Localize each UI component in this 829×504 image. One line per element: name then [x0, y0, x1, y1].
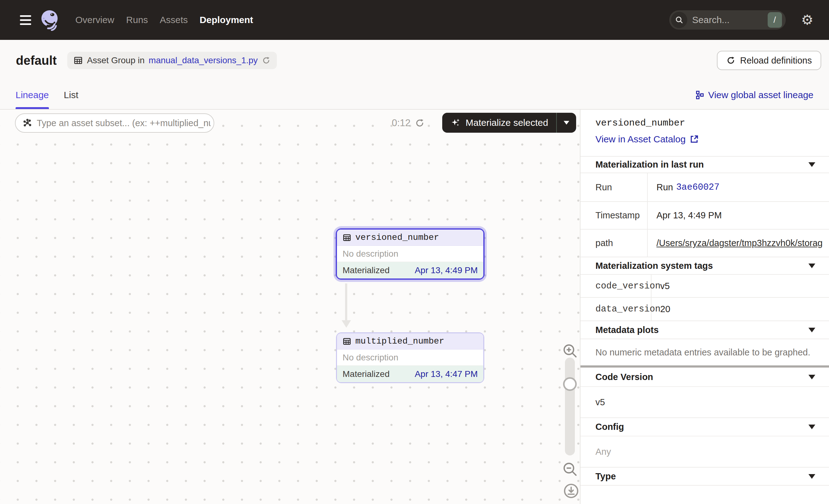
chevron-down-icon: [808, 263, 815, 268]
row-value: 20: [651, 298, 829, 321]
section-title: Materialization in last run: [596, 159, 704, 170]
view-global-asset-lineage-link[interactable]: View global asset lineage: [694, 90, 814, 100]
nav-item-runs[interactable]: Runs: [126, 15, 148, 25]
chevron-down-icon: [808, 425, 815, 429]
reload-icon: [726, 56, 735, 65]
section-type[interactable]: Type: [580, 467, 829, 485]
zoom-slider-handle[interactable]: [563, 377, 577, 391]
asset-subset-filter[interactable]: [15, 113, 214, 133]
section-materialization-system-tags[interactable]: Materialization system tags: [580, 257, 829, 274]
asset-subset-input[interactable]: [37, 118, 211, 128]
reload-definitions-button[interactable]: Reload definitions: [717, 51, 821, 70]
section-title: Code Version: [596, 372, 653, 382]
page-title: default: [16, 53, 57, 68]
panel-scroll-divider: [580, 365, 829, 367]
zoom-slider-track[interactable]: [565, 358, 575, 456]
zoom-out-button[interactable]: [562, 461, 578, 477]
materialize-selected-label: Materialize selected: [466, 117, 548, 128]
download-image-button[interactable]: [563, 482, 580, 500]
materialize-options-caret[interactable]: [557, 113, 576, 133]
section-code-version[interactable]: Code Version: [580, 367, 829, 386]
asset-description: No description: [337, 350, 483, 366]
settings-gear-icon[interactable]: ⚙: [801, 13, 814, 27]
row-value: Apr 13, 4:49 PM: [648, 202, 829, 229]
section-title: Type: [596, 471, 616, 481]
view-in-asset-catalog-link[interactable]: View in Asset Catalog: [596, 134, 814, 145]
tab-list[interactable]: List: [64, 81, 78, 109]
row-run: Run Run 3ae60027: [580, 173, 829, 201]
tab-bar: Lineage List View global asset lineage: [0, 81, 829, 109]
lineage-edge-arrowhead: [341, 320, 351, 328]
menu-icon[interactable]: [20, 15, 31, 25]
section-metadata-plots[interactable]: Metadata plots: [580, 321, 829, 338]
search-shortcut-badge: /: [768, 12, 782, 28]
refresh-timer: 0:12: [392, 114, 410, 132]
asset-table-icon: [343, 337, 351, 346]
chevron-down-icon: [808, 375, 815, 380]
catalog-link-label: View in Asset Catalog: [596, 134, 686, 145]
asset-status-row: Materialized Apr 13, 4:47 PM: [337, 366, 483, 382]
lineage-graph-canvas[interactable]: 0:12 Materialize selected versioned_numb…: [0, 110, 580, 504]
zoom-in-button[interactable]: [562, 343, 578, 359]
page-header: default Asset Group in manual_data_versi…: [0, 40, 829, 81]
graph-filter-icon: [23, 118, 32, 128]
status-label: Materialized: [343, 265, 390, 275]
row-data-version-tag: data_version 20: [580, 297, 829, 321]
asset-group-grid-icon: [73, 56, 83, 65]
chevron-down-icon: [808, 162, 815, 167]
materialization-time-link[interactable]: Apr 13, 4:47 PM: [415, 369, 478, 379]
row-key: Timestamp: [580, 202, 648, 229]
asset-node-versioned-number[interactable]: versioned_number No description Material…: [337, 229, 483, 279]
nav-item-deployment[interactable]: Deployment: [200, 15, 253, 25]
reload-definitions-label: Reload definitions: [740, 56, 812, 66]
global-search[interactable]: /: [669, 10, 786, 30]
section-title: Materialization system tags: [596, 261, 713, 271]
row-value: v5: [651, 275, 829, 297]
asset-group-file-link[interactable]: manual_data_versions_1.py: [149, 56, 257, 65]
row-key: code_version: [580, 275, 651, 297]
global-lineage-label: View global asset lineage: [708, 90, 814, 100]
asset-group-chip: Asset Group in manual_data_versions_1.py: [67, 52, 277, 69]
chevron-down-icon: [808, 328, 815, 332]
materialization-time-link[interactable]: Apr 13, 4:49 PM: [415, 265, 478, 275]
asset-name: multiplied_number: [355, 336, 444, 346]
asset-table-icon: [343, 233, 351, 242]
row-key: data_version: [580, 298, 651, 321]
asset-node-header: multiplied_number: [337, 333, 483, 350]
code-version-value: v5: [580, 386, 829, 418]
asset-group-prefix: Asset Group in: [87, 56, 144, 65]
status-label: Materialized: [343, 369, 390, 379]
section-config[interactable]: Config: [580, 418, 829, 436]
tab-lineage[interactable]: Lineage: [15, 81, 49, 109]
external-link-icon: [689, 135, 699, 144]
run-prefix: Run: [656, 182, 673, 192]
nav-item-overview[interactable]: Overview: [75, 15, 114, 25]
search-icon: [671, 12, 687, 28]
asset-detail-panel: versioned_number View in Asset Catalog M…: [580, 110, 829, 504]
materialize-selected-button[interactable]: Materialize selected: [442, 113, 576, 133]
asset-node-header: versioned_number: [337, 229, 483, 246]
section-materialization-in-last-run[interactable]: Materialization in last run: [580, 156, 829, 173]
row-code-version-tag: code_version v5: [580, 274, 829, 297]
nav-item-assets[interactable]: Assets: [160, 15, 188, 25]
row-path: path /Users/sryza/dagster/tmp3hzzvh0k/st…: [580, 229, 829, 257]
primary-nav: Overview Runs Assets Deployment: [75, 15, 253, 25]
asset-node-multiplied-number[interactable]: multiplied_number No description Materia…: [337, 333, 483, 382]
asset-status-row: Materialized Apr 13, 4:49 PM: [337, 262, 483, 279]
metadata-plots-empty-message: No numeric metadata entries available to…: [580, 338, 829, 365]
sparkles-icon: [450, 117, 461, 128]
path-link[interactable]: /Users/sryza/dagster/tmp3hzzvh0k/storag: [656, 238, 823, 248]
dagster-logo[interactable]: [39, 9, 60, 31]
row-value: Run 3ae60027: [648, 173, 829, 201]
search-input[interactable]: [692, 15, 768, 25]
chip-refresh-icon[interactable]: [262, 56, 271, 65]
lineage-icon: [694, 90, 705, 100]
row-key: path: [580, 229, 648, 257]
graph-refresh-icon[interactable]: [415, 114, 425, 132]
section-title: Config: [596, 422, 624, 432]
run-id-link[interactable]: 3ae60027: [676, 182, 719, 192]
panel-asset-title: versioned_number: [596, 118, 814, 128]
row-key: Run: [580, 173, 648, 201]
top-nav: Overview Runs Assets Deployment / ⚙: [0, 0, 829, 40]
chevron-down-icon: [808, 474, 815, 479]
